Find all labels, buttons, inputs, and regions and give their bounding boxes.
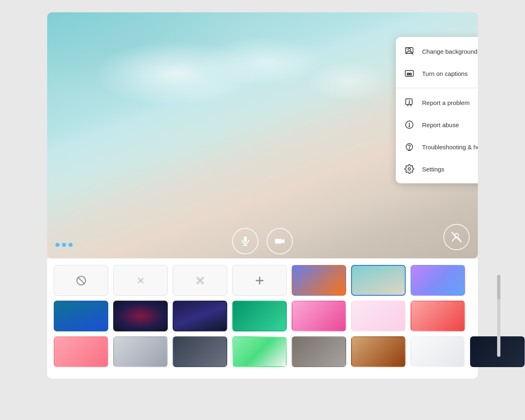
menu-section-1: Change background CC Turn on captions bbox=[396, 37, 478, 88]
svg-rect-12 bbox=[406, 99, 412, 105]
bg-fireworks[interactable] bbox=[173, 301, 227, 331]
svg-point-27 bbox=[196, 276, 199, 279]
bg-red-pattern[interactable] bbox=[411, 301, 465, 331]
bg-flowers-pink[interactable] bbox=[292, 301, 346, 331]
change-background-label: Change background bbox=[422, 48, 477, 55]
svg-point-22 bbox=[138, 278, 140, 280]
bg-ocean[interactable] bbox=[54, 301, 108, 331]
add-icon bbox=[254, 275, 265, 286]
bg-row-1 bbox=[54, 265, 471, 296]
mic-button[interactable] bbox=[232, 228, 258, 254]
bg-blur-slight[interactable] bbox=[113, 265, 168, 296]
cc-icon: CC bbox=[404, 68, 415, 79]
svg-point-28 bbox=[201, 276, 204, 279]
troubleshoot-icon bbox=[404, 142, 415, 152]
camera-button[interactable] bbox=[267, 228, 293, 254]
bg-row-3 bbox=[54, 336, 471, 367]
bg-office2[interactable] bbox=[173, 336, 227, 367]
video-area: Change background CC Turn on captions bbox=[47, 12, 478, 258]
change-background-item[interactable]: Change background bbox=[396, 40, 478, 62]
svg-point-14 bbox=[409, 103, 410, 104]
settings-item[interactable]: Settings bbox=[396, 158, 478, 180]
bg-galaxy[interactable] bbox=[113, 301, 168, 331]
bg-add-custom[interactable] bbox=[232, 265, 287, 296]
mic-icon bbox=[240, 235, 251, 247]
troubleshooting-item[interactable]: Troubleshooting & help bbox=[396, 136, 478, 158]
report-abuse-label: Report abuse bbox=[422, 121, 459, 128]
report-problem-item[interactable]: Report a problem bbox=[396, 91, 478, 114]
svg-point-17 bbox=[409, 126, 410, 127]
main-container: Change background CC Turn on captions bbox=[47, 12, 478, 379]
bg-flowers-green[interactable] bbox=[232, 301, 287, 331]
bg-white-room[interactable] bbox=[411, 336, 465, 367]
blur-strong-icon bbox=[194, 275, 206, 286]
svg-point-24 bbox=[138, 281, 140, 283]
troubleshooting-label: Troubleshooting & help bbox=[422, 144, 478, 151]
bg-row-2 bbox=[54, 301, 471, 331]
report-problem-icon bbox=[404, 97, 415, 108]
svg-point-29 bbox=[196, 281, 199, 284]
svg-point-26 bbox=[139, 279, 142, 282]
settings-icon bbox=[404, 164, 415, 174]
bg-icon bbox=[404, 46, 415, 57]
bg-none[interactable] bbox=[54, 265, 108, 296]
svg-point-30 bbox=[201, 281, 204, 284]
turn-on-captions-label: Turn on captions bbox=[422, 70, 468, 77]
turn-on-captions-item[interactable]: CC Turn on captions bbox=[396, 62, 478, 84]
svg-marker-4 bbox=[282, 239, 285, 244]
bg-plant-room[interactable] bbox=[232, 336, 287, 367]
no-effect-icon bbox=[75, 275, 87, 286]
blur-slight-icon bbox=[135, 275, 146, 286]
more-options-button[interactable] bbox=[443, 224, 470, 250]
svg-point-31 bbox=[198, 278, 202, 282]
settings-label: Settings bbox=[422, 166, 444, 173]
scrollbar-thumb[interactable] bbox=[497, 275, 500, 299]
bg-office1[interactable] bbox=[113, 336, 168, 367]
bg-blur-strong[interactable] bbox=[173, 265, 227, 296]
bg-gradient-purple[interactable] bbox=[292, 265, 346, 296]
bg-bookshelf[interactable] bbox=[351, 336, 406, 367]
svg-rect-0 bbox=[244, 236, 247, 242]
report-abuse-icon bbox=[404, 119, 415, 130]
svg-text:CC: CC bbox=[407, 72, 412, 76]
svg-point-23 bbox=[142, 278, 144, 280]
svg-point-19 bbox=[408, 168, 411, 170]
context-menu: Change background CC Turn on captions bbox=[396, 37, 478, 183]
controls-bar bbox=[47, 228, 478, 254]
bg-pink-texture[interactable] bbox=[351, 301, 406, 331]
bg-beach[interactable] bbox=[351, 265, 406, 296]
svg-point-25 bbox=[142, 281, 144, 283]
report-abuse-item[interactable]: Report abuse bbox=[396, 114, 478, 136]
svg-rect-3 bbox=[275, 239, 282, 244]
avatar-slash-icon bbox=[450, 231, 463, 243]
svg-line-21 bbox=[78, 277, 84, 283]
menu-section-2: Report a problem Report abuse bbox=[396, 88, 478, 183]
bg-panel bbox=[47, 258, 478, 379]
scrollbar[interactable] bbox=[497, 275, 500, 357]
report-problem-label: Report a problem bbox=[422, 99, 470, 106]
bg-tower[interactable] bbox=[292, 336, 346, 367]
camera-icon bbox=[274, 235, 285, 247]
bg-pink-splash[interactable] bbox=[54, 336, 108, 367]
bg-purple-sky[interactable] bbox=[411, 265, 465, 296]
